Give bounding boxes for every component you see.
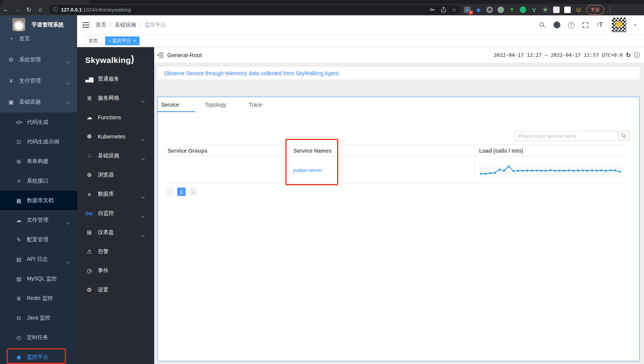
browser-menu-icon[interactable]: ⋮ (607, 6, 613, 13)
breadcrumb-infrastructure[interactable]: 基础设施 (115, 21, 136, 28)
sidebar-item-config-mgmt[interactable]: ✎ 配置管理 (0, 230, 77, 249)
sidebar-item-api-log[interactable]: ▤ API 日志 (0, 249, 77, 269)
time-range[interactable]: 2022-04-17 12:27 ~ 2022-04-17 12:57 UTC+… (494, 52, 623, 58)
sw-collapse-icon[interactable] (157, 53, 163, 58)
extension-badge: 8 (469, 10, 473, 15)
log-document-icon: ▤ (15, 256, 22, 262)
sw-item-self-observability[interactable]: Sw 自监控 (77, 204, 154, 223)
sidebar-item-mysql-monitor[interactable]: ▧ MySQL 监控 (0, 269, 77, 288)
extension-icon-1[interactable]: ◆8 (464, 7, 471, 13)
sw-item-infrastructure[interactable]: ∴ 基础设施 (77, 146, 154, 165)
sidebar-item-codegen-example[interactable]: ☑ 代码生成示例 (0, 132, 77, 152)
sidebar-collapse-icon[interactable] (82, 22, 89, 28)
avatar-caret-icon[interactable]: ▾ (634, 23, 636, 28)
extension-icon-6[interactable] (520, 7, 526, 13)
extension-icon-2[interactable]: ◆ (475, 7, 482, 13)
extension-icon-5[interactable]: ✶ (509, 7, 515, 13)
service-search (514, 131, 629, 141)
address-bar[interactable]: ⓘ 127.0.0.1 :1024/infra/skywalking ☆ (49, 5, 460, 14)
profile-emoji-icon[interactable]: ☺ (575, 7, 582, 13)
sidebar-item-label: 表单构建 (27, 158, 48, 165)
sw-item-events[interactable]: ◷ 事件 (77, 261, 154, 280)
chevron-down-icon (66, 81, 70, 85)
crescent-icon: ) (131, 54, 134, 64)
sidebar-item-label: 支付管理 (19, 77, 41, 84)
extension-icon-3[interactable] (486, 7, 493, 13)
sw-item-settings[interactable]: ⚙ 设置 (77, 280, 154, 300)
sidebar-item-system-api[interactable]: ≡ 系统接口 (0, 171, 77, 191)
extension-icon-4[interactable] (497, 7, 504, 13)
bookmark-star-icon[interactable]: ☆ (452, 7, 456, 13)
breadcrumb: 首页 / 基础设施 / 监控平台 (96, 21, 166, 28)
col-service-groups: Service Groups (164, 145, 289, 156)
sidebar-item-cron-job[interactable]: ◴ 定时任务 (0, 328, 77, 347)
search-button[interactable] (618, 131, 629, 141)
service-link-yudao-server[interactable]: yudao-server (293, 167, 322, 173)
sidebar-item-form-builder[interactable]: ⊞ 表单构建 (0, 152, 77, 171)
share-icon[interactable] (441, 7, 446, 13)
extension-icon-10[interactable] (564, 7, 571, 13)
app-title: 芋道管理系统 (31, 21, 64, 28)
page-prev-button[interactable]: ‹ (165, 188, 174, 196)
tag-close-icon[interactable]: × (133, 38, 136, 44)
back-icon[interactable]: ← (0, 6, 12, 13)
sw-item-database[interactable]: ≡ 数据库 (77, 184, 154, 204)
site-info-icon[interactable]: ⓘ (53, 6, 58, 13)
sw-item-general-service[interactable]: ▃▆ 普通服务 (77, 69, 154, 89)
page-next-button[interactable]: › (189, 188, 198, 196)
dots-icon: ∴ (85, 152, 93, 159)
forward-icon[interactable]: → (12, 6, 23, 13)
sw-item-browser[interactable]: ⊕ 浏览器 (77, 165, 154, 184)
service-search-input[interactable] (514, 131, 618, 141)
reload-icon[interactable]: ↻ (23, 6, 35, 13)
tag-monitor-platform[interactable]: ● 监控平台 × (105, 36, 140, 45)
page-1-button[interactable]: 1 (177, 188, 186, 196)
sw-item-alerting[interactable]: ⚠ 告警 (77, 242, 154, 261)
tab-topology[interactable]: Topology (201, 97, 245, 112)
info-icon[interactable]: i (634, 52, 640, 58)
breadcrumb-home[interactable]: 首页 (96, 21, 106, 28)
sw-item-kubernetes[interactable]: ☸ Kubernetes (77, 127, 154, 146)
skywalking-body: V Observe Service through telemetry data… (154, 63, 644, 364)
monitor-icon: ▣ (8, 99, 15, 105)
chrome-update-button[interactable]: 更新 (586, 5, 604, 15)
sw-item-label: 普通服务 (98, 76, 119, 82)
time-controls: 2022-04-17 12:27 ~ 2022-04-17 12:57 UTC+… (494, 51, 640, 59)
sw-item-functions[interactable]: ☁ Functions (77, 108, 154, 127)
sidebar-item-infrastructure[interactable]: ▣ 基础设施 (0, 91, 77, 112)
vue-devtools-icon[interactable]: V (531, 7, 537, 13)
sidebar-item-home[interactable]: ◔ 首页 (0, 28, 77, 49)
sidebar-item-java-monitor[interactable]: ⊟ Java 监控 (0, 308, 77, 328)
refresh-icon[interactable]: ↻ (626, 51, 631, 59)
font-size-icon[interactable]: TT (596, 21, 603, 28)
sidebar-item-label: 基础设施 (19, 99, 41, 105)
sidebar-item-file-mgmt[interactable]: ☁ 文件管理 (0, 210, 77, 230)
admin-sidebar: 芋道管理系统 ◔ 首页 ⚙ 系统管理 ¥ 支付管理 ▣ 基础设施 (0, 15, 77, 364)
help-icon[interactable]: ? (568, 22, 575, 28)
sidebar-item-label: 文件管理 (27, 217, 48, 224)
tab-trace[interactable]: Trace (245, 97, 289, 112)
sidebar-item-db-doc[interactable]: ▦ 数据库文档 (0, 191, 77, 210)
eye-icon: ◉ (15, 354, 22, 360)
tab-service[interactable]: Service (158, 97, 201, 112)
user-avatar[interactable] (612, 18, 626, 32)
breadcrumb-separator: / (140, 22, 141, 28)
sidebar-item-monitor-platform[interactable]: ◉ 监控平台 (0, 347, 77, 364)
sidebar-item-redis-monitor[interactable]: ≣ Redis 监控 (0, 288, 77, 308)
extension-icon-8[interactable] (542, 7, 548, 13)
tag-home[interactable]: 首页 (85, 36, 102, 45)
panel-tabs: Service Topology Trace (158, 97, 639, 112)
sw-item-service-mesh[interactable]: ≣ 服务网格 (77, 89, 154, 108)
password-key-icon[interactable] (429, 7, 435, 13)
sidebar-item-payment-mgmt[interactable]: ¥ 支付管理 (0, 70, 77, 91)
sw-item-dashboards[interactable]: ⊞ 仪表盘 (77, 223, 154, 242)
extensions-puzzle-icon[interactable] (553, 7, 560, 13)
sw-item-label: 告警 (98, 248, 109, 255)
fullscreen-icon[interactable] (582, 22, 589, 28)
sw-item-label: 事件 (98, 267, 109, 274)
sidebar-item-system-mgmt[interactable]: ⚙ 系统管理 (0, 49, 77, 70)
home-icon[interactable]: ⌂ (35, 6, 46, 13)
search-icon[interactable] (539, 21, 546, 28)
github-icon[interactable] (553, 21, 560, 28)
sidebar-item-codegen[interactable]: </> 代码生成 (0, 112, 77, 132)
